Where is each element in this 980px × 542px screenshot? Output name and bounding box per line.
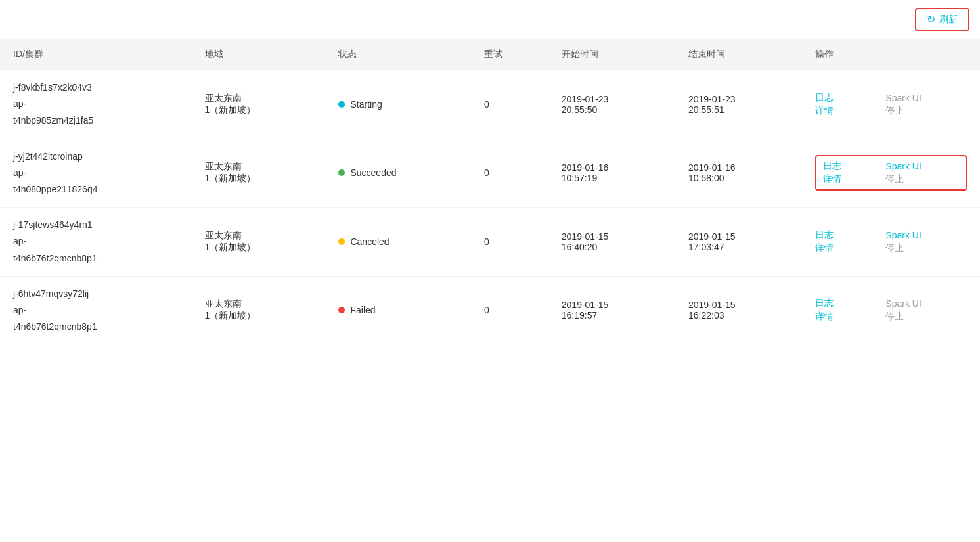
cell-actions: 日志Spark UI详情停止: [802, 139, 980, 208]
cell-end-time: 2019-01-23 20:55:51: [675, 70, 802, 139]
table-row: j-yj2t442ltcroinap ap- t4n080ppe211826q4…: [0, 139, 980, 208]
stop-link[interactable]: 停止: [885, 173, 959, 185]
stop-link[interactable]: 停止: [885, 105, 967, 117]
cell-start-time: 2019-01-15 16:19:57: [548, 276, 675, 344]
actions-container: 日志Spark UI详情停止: [815, 92, 967, 117]
cell-region: 亚太东南 1（新加坡）: [192, 139, 326, 208]
col-status: 状态: [325, 39, 471, 70]
table-header: ID/集群 地域 状态 重试 开始时间 结束时间 操作: [0, 39, 980, 70]
detail-link[interactable]: 详情: [823, 173, 879, 185]
cell-status: Failed: [325, 276, 471, 344]
col-start-time: 开始时间: [548, 39, 675, 70]
job-table: ID/集群 地域 状态 重试 开始时间 结束时间 操作 j-f8vkbf1s7x…: [0, 39, 980, 344]
cell-retry: 0: [471, 139, 548, 208]
status-dot: [338, 169, 345, 176]
cell-retry: 0: [471, 208, 548, 277]
actions-container: 日志Spark UI详情停止: [815, 155, 967, 191]
detail-link[interactable]: 详情: [815, 311, 879, 323]
actions-container: 日志Spark UI详情停止: [815, 298, 967, 323]
status-indicator: Failed: [338, 305, 458, 315]
cell-retry: 0: [471, 276, 548, 344]
cell-status: Canceled: [325, 208, 471, 277]
cell-region: 亚太东南 1（新加坡）: [192, 276, 326, 344]
detail-link[interactable]: 详情: [815, 105, 879, 117]
refresh-button[interactable]: ↻ 刷新: [915, 8, 969, 31]
cell-start-time: 2019-01-23 20:55:50: [548, 70, 675, 139]
cell-start-time: 2019-01-16 10:57:19: [548, 139, 675, 208]
spark-ui-link[interactable]: Spark UI: [885, 161, 959, 171]
cell-id: j-yj2t442ltcroinap ap- t4n080ppe211826q4: [0, 139, 192, 208]
cell-end-time: 2019-01-16 10:58:00: [675, 139, 802, 208]
cell-end-time: 2019-01-15 17:03:47: [675, 208, 802, 277]
log-link[interactable]: 日志: [815, 298, 879, 309]
status-indicator: Canceled: [338, 237, 458, 247]
spark-ui-link: Spark UI: [885, 93, 967, 103]
stop-link[interactable]: 停止: [885, 242, 967, 254]
cell-id: j-f8vkbf1s7x2k04v3 ap- t4nbp985zm4zj1fa5: [0, 70, 192, 139]
detail-link[interactable]: 详情: [815, 242, 879, 254]
status-dot: [338, 238, 345, 245]
log-link[interactable]: 日志: [815, 92, 879, 104]
status-text: Canceled: [350, 237, 389, 247]
header-row: ID/集群 地域 状态 重试 开始时间 结束时间 操作: [0, 39, 980, 70]
status-dot: [338, 307, 345, 313]
status-indicator: Succeeded: [338, 168, 458, 178]
status-text: Starting: [350, 99, 382, 110]
cell-actions: 日志Spark UI详情停止: [802, 208, 980, 277]
table-row: j-f8vkbf1s7x2k04v3 ap- t4nbp985zm4zj1fa5…: [0, 70, 980, 139]
spark-ui-link[interactable]: Spark UI: [885, 230, 967, 240]
col-end-time: 结束时间: [675, 39, 802, 70]
cell-actions: 日志Spark UI详情停止: [802, 276, 980, 344]
log-link[interactable]: 日志: [823, 160, 879, 172]
col-id: ID/集群: [0, 39, 192, 70]
cell-actions: 日志Spark UI详情停止: [802, 70, 980, 139]
cell-region: 亚太东南 1（新加坡）: [192, 208, 326, 277]
cell-retry: 0: [471, 70, 548, 139]
log-link[interactable]: 日志: [815, 229, 879, 241]
col-actions: 操作: [802, 39, 980, 70]
cell-status: Succeeded: [325, 139, 471, 208]
status-text: Failed: [350, 305, 375, 315]
cell-status: Starting: [325, 70, 471, 139]
cell-region: 亚太东南 1（新加坡）: [192, 70, 326, 139]
cell-id: j-17sjtews464y4rn1 ap- t4n6b76t2qmcnb8p1: [0, 208, 192, 277]
refresh-label: 刷新: [939, 14, 958, 26]
status-indicator: Starting: [338, 99, 458, 110]
spark-ui-link: Spark UI: [885, 298, 967, 309]
cell-start-time: 2019-01-15 16:40:20: [548, 208, 675, 277]
actions-container: 日志Spark UI详情停止: [815, 229, 967, 254]
status-dot: [338, 101, 345, 108]
col-region: 地域: [192, 39, 326, 70]
status-text: Succeeded: [350, 168, 396, 178]
stop-link[interactable]: 停止: [885, 311, 967, 323]
cell-id: j-6htv47mqvsy72lij ap- t4n6b76t2qmcnb8p1: [0, 276, 192, 344]
table-body: j-f8vkbf1s7x2k04v3 ap- t4nbp985zm4zj1fa5…: [0, 70, 980, 345]
cell-end-time: 2019-01-15 16:22:03: [675, 276, 802, 344]
refresh-icon: ↻: [927, 13, 935, 26]
top-bar: ↻ 刷新: [0, 0, 980, 39]
table-row: j-17sjtews464y4rn1 ap- t4n6b76t2qmcnb8p1…: [0, 208, 980, 277]
col-retry: 重试: [471, 39, 548, 70]
table-row: j-6htv47mqvsy72lij ap- t4n6b76t2qmcnb8p1…: [0, 276, 980, 344]
